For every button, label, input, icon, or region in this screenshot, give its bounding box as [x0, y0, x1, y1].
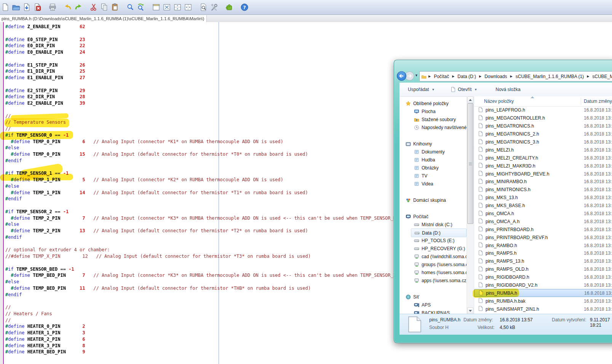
back-button[interactable]	[396, 71, 407, 81]
sidebar-section-s-[interactable]: Síť	[406, 293, 467, 301]
file-row-pins-rigidboard-v2-h[interactable]: pins_RIGIDBOARD_V2.h16.8.2018 13:57	[474, 281, 612, 289]
file-row-pins-mightyboard-reve-h[interactable]: pins_MIGHTYBOARD_REVE.h16.8.2018 13:57	[474, 170, 612, 178]
scroll-up-icon[interactable]	[467, 96, 473, 103]
breadcrumb-item[interactable]: Data (D:)	[456, 74, 477, 79]
new-window-icon[interactable]	[151, 2, 161, 13]
column-name[interactable]: Název položky	[484, 99, 514, 104]
sidebar-item-tv[interactable]: TV	[414, 172, 467, 180]
cut-icon[interactable]	[89, 2, 99, 13]
sidebar-item-plocha[interactable]: Plocha	[414, 107, 467, 115]
command-bar: Uspořádat ▼ Otevřít ▼ Nová složka	[399, 83, 612, 97]
split-vertical-icon[interactable]	[183, 2, 193, 13]
file-row-pins-ramps-13-h[interactable]: pins_RAMPS_13.h16.8.2018 13:57	[474, 257, 612, 265]
sidebar-item-naposledy-nav-t-ven-[interactable]: Naposledy navštívené	[414, 123, 467, 131]
history-dropdown-icon[interactable]: ▼	[415, 73, 418, 77]
file-row-pins-melzi-creality-h[interactable]: pins_MELZI_CREALITY.h16.8.2018 13:57	[474, 154, 612, 162]
scrollbar-thumb[interactable]	[467, 103, 473, 224]
file-modified-date: 16.8.2018 13:57	[584, 187, 612, 192]
organize-button[interactable]: Uspořádat ▼	[406, 85, 437, 94]
sidebar-section-dom-c-skupina[interactable]: Domácí skupina	[406, 196, 467, 204]
sidebar-item-videa[interactable]: Videa	[414, 180, 467, 188]
file-row-pins-mks-base-h[interactable]: pins_MKS_BASE.h16.8.2018 13:57	[474, 202, 612, 210]
new-file-icon[interactable]	[0, 2, 10, 13]
file-row-pins-rambo-h[interactable]: pins_RAMBO.h16.8.2018 13:57	[474, 241, 612, 249]
file-row-pins-megacontroller-h[interactable]: pins_MEGACONTROLLER.h16.8.2018 13:57	[474, 114, 612, 122]
sidebar-item-label: Místní disk (C:)	[422, 222, 452, 227]
split-horizontal-icon[interactable]	[173, 2, 182, 13]
file-row-pins-sainsmart-2in1-h[interactable]: pins_SAINSMART_2IN1.h16.8.2018 13:57	[474, 305, 612, 313]
breadcrumb-item[interactable]: Počítač	[433, 74, 450, 79]
paste-icon[interactable]	[110, 2, 120, 13]
svg-text:?: ?	[243, 5, 246, 10]
sidebar-section-po-ta-[interactable]: Počítač	[406, 212, 467, 220]
sidebar-item-m-stn-disk-c-[interactable]: Místní disk (C:)	[414, 220, 467, 228]
breadcrumb-item[interactable]: sCUBE_Marlin_1.1.6_RUMBA (1)	[515, 74, 585, 79]
save-file-icon[interactable]	[22, 2, 32, 13]
file-name: pins_RAMPS.h	[486, 251, 516, 256]
find-replace-icon[interactable]	[136, 2, 146, 13]
sidebar-item-obr-zky[interactable]: Obrázky	[414, 164, 467, 172]
sidebar-item-groups-users-soma-cz-[interactable]: groups (\\users.soma.cz)	[414, 260, 467, 268]
close-file-icon[interactable]	[32, 2, 42, 13]
redo-icon[interactable]	[74, 2, 83, 13]
file-row-pins-melzi-makr3d-h[interactable]: pins_MELZI_MAKR3D.h16.8.2018 13:57	[474, 162, 612, 170]
details-modified-value: 16.8.2018 13:57	[500, 317, 533, 322]
maximize-icon[interactable]	[162, 2, 172, 13]
file-row-pins-ramps-h[interactable]: pins_RAMPS.h16.8.2018 13:57	[474, 249, 612, 257]
file-row-pins-minitronics-h[interactable]: pins_MINITRONICS.h16.8.2018 13:57	[474, 186, 612, 194]
open-button[interactable]: Otevřít ▼	[448, 85, 479, 94]
file-modified-date: 16.8.2018 13:57	[584, 283, 612, 288]
sidebar-item-aps[interactable]: APS	[414, 301, 467, 309]
sidebar-section-knihovny[interactable]: Knihovny	[406, 140, 467, 148]
file-row-pins-megatronics-3-h[interactable]: pins_MEGATRONICS_3.h16.8.2018 13:57	[474, 138, 612, 146]
file-row-pins-megatronics-h[interactable]: pins_MEGATRONICS.h16.8.2018 13:57	[474, 122, 612, 130]
breadcrumb[interactable]: ▶Počítač▶Data (D:)▶Downloads▶sCUBE_Marli…	[419, 71, 612, 81]
file-row-pins-mks-13-h[interactable]: pins_MKS_13.h16.8.2018 13:57	[474, 194, 612, 202]
file-row-pins-printrboard-revf-h[interactable]: pins_PRINTRBOARD_REVF.h16.8.2018 13:57	[474, 233, 612, 241]
undo-icon[interactable]	[63, 2, 73, 13]
file-row-pins-megatronics-2-h[interactable]: pins_MEGATRONICS_2.h16.8.2018 13:57	[474, 130, 612, 138]
column-divider[interactable]	[581, 97, 581, 105]
disk-icon	[414, 246, 419, 251]
tab-pins-rumba[interactable]: pins_RUMBA.h (D:\Downloads\sCUBE_Marlin_…	[0, 15, 207, 22]
settings-icon[interactable]	[209, 2, 219, 13]
print-icon[interactable]	[48, 2, 58, 13]
help-icon[interactable]: ?	[240, 2, 249, 13]
sidebar-item-cad-windchill-soma-cz-[interactable]: cad (\\windchill.soma.cz)	[414, 252, 467, 260]
sidebar-item-backupnas[interactable]: BACKUPNAS	[414, 309, 467, 314]
breadcrumb-item[interactable]: sCUBE_Marlin_1.1.6_RUMBA	[591, 74, 612, 79]
sidebar-item-hp-recovery-g-[interactable]: HP_RECOVERY (G:)	[414, 244, 467, 252]
print-preview-icon[interactable]	[198, 2, 208, 13]
sidebar-item-hp-tools-e-[interactable]: HP_TOOLS (E:)	[414, 236, 467, 244]
file-row-pins-leapfrog-h[interactable]: pins_LEAPFROG.h16.8.2018 13:57	[474, 106, 612, 114]
library-icon	[414, 173, 419, 179]
file-row-pins-melzi-h[interactable]: pins_MELZI.h16.8.2018 13:57	[474, 146, 612, 154]
sidebar-item-dokumenty[interactable]: Dokumenty	[414, 148, 467, 156]
sidebar-section-obl-ben-polo-ky[interactable]: Oblíbené položky	[406, 99, 467, 107]
scroll-down-icon[interactable]	[467, 307, 473, 314]
navigation-scrollbar[interactable]	[467, 96, 474, 314]
breadcrumb-item[interactable]: Downloads	[483, 74, 508, 79]
file-row-pins-omca-h[interactable]: pins_OMCA.h16.8.2018 13:57	[474, 210, 612, 218]
file-row-pins-printrboard-h[interactable]: pins_PRINTRBOARD.h16.8.2018 13:57	[474, 225, 612, 233]
file-row-pins-omca-a-h[interactable]: pins_OMCA_A.h16.8.2018 13:57	[474, 217, 612, 225]
copy-icon[interactable]	[99, 2, 109, 13]
sidebar-item-apps-users-soma-cz-z[interactable]: apps (\\users.soma.cz) (Z	[414, 276, 467, 284]
file-modified-date: 16.8.2018 13:57	[584, 195, 612, 200]
file-row-pins-rumba-h-bak[interactable]: pins_RUMBA.h.bak16.8.2018 13:57	[474, 297, 612, 305]
column-modified[interactable]: Datum změny	[584, 99, 612, 104]
file-row-pins-ramps-old-h[interactable]: pins_RAMPS_OLD.h16.8.2018 13:57	[474, 265, 612, 273]
file-modified-date: 16.8.2018 13:57	[584, 235, 612, 240]
plugins-icon[interactable]	[224, 2, 234, 13]
sidebar-item-sta-en-soubory[interactable]: Stažené soubory	[414, 115, 467, 123]
file-row-pins-rigidboard-h[interactable]: pins_RIGIDBOARD.h16.8.2018 13:57	[474, 273, 612, 281]
new-folder-button[interactable]: Nová složka	[493, 85, 523, 94]
find-icon[interactable]	[125, 2, 135, 13]
file-name: pins_RAMBO.h	[486, 243, 517, 248]
sidebar-item-hudba[interactable]: Hudba	[414, 156, 467, 164]
screen: ? pins_RUMBA.h (D:\Downloads\sCUBE_Marli…	[0, 0, 612, 364]
open-file-icon[interactable]	[11, 2, 21, 13]
sidebar-item-data-d-[interactable]: Data (D:)	[411, 228, 467, 237]
file-row-pins-minirambo-h[interactable]: pins_MINIRAMBO.h16.8.2018 13:57	[474, 178, 612, 186]
sidebar-item-homes-users-soma-cz-[interactable]: homes (\\users.soma.cz)	[414, 268, 467, 276]
